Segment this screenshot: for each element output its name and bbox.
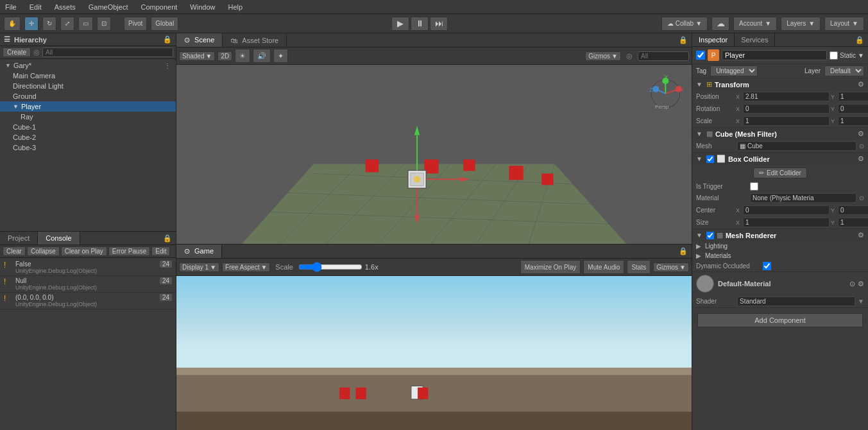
game-panel-lock[interactable]: 🔒 — [675, 247, 692, 255]
console-clear-button[interactable]: Clear — [3, 246, 26, 256]
hierarchy-item-player[interactable]: ▼ Player — [0, 101, 176, 112]
account-button[interactable]: Account ▼ — [733, 17, 777, 31]
mesh-filter-header[interactable]: ▼ ▦ Cube (Mesh Filter) ⚙ — [692, 128, 868, 140]
display-dropdown[interactable]: Display 1 ▼ — [179, 262, 219, 272]
material-select-icon[interactable]: ⊙ — [859, 194, 864, 202]
size-x-input[interactable] — [743, 218, 830, 227]
hierarchy-item-directionallight[interactable]: Directional Light — [0, 81, 176, 91]
pivot-button[interactable]: Pivot — [124, 17, 147, 31]
scene-panel-lock[interactable]: 🔒 — [675, 36, 692, 44]
gizmos-dropdown[interactable]: Gizmos ▼ — [585, 51, 621, 61]
hand-tool-button[interactable]: ✋ — [4, 17, 21, 31]
materials-collapse-icon[interactable]: ▶ — [696, 252, 701, 259]
add-component-button[interactable]: Add Component — [697, 313, 863, 327]
size-y-input[interactable] — [838, 218, 868, 227]
game-gizmos-dropdown[interactable]: Gizmos ▼ — [653, 262, 689, 272]
hierarchy-item-maincamera[interactable]: Main Camera — [0, 71, 176, 81]
hierarchy-lock-icon[interactable]: 🔒 — [163, 35, 172, 44]
static-checkbox[interactable] — [830, 51, 838, 60]
material-copy-icon[interactable]: ⊙ — [849, 280, 855, 288]
console-lock-icon[interactable]: 🔒 — [159, 234, 176, 243]
scale-x-input[interactable] — [743, 116, 830, 126]
hierarchy-search-input[interactable] — [42, 47, 173, 57]
material-gear-icon[interactable]: ⚙ — [858, 280, 864, 288]
mesh-renderer-gear-icon[interactable]: ⚙ — [858, 231, 864, 239]
tab-scene[interactable]: ⊙ Scene — [176, 33, 223, 47]
hierarchy-create-button[interactable]: Create — [3, 47, 31, 57]
pause-button[interactable]: ⏸ — [411, 17, 429, 31]
tab-game[interactable]: ⊙ Game — [176, 245, 222, 258]
scene-view[interactable]: X Y Z Persp — [176, 65, 692, 244]
hierarchy-item-cube2[interactable]: Cube-2 — [0, 132, 176, 142]
tab-console[interactable]: Console — [38, 232, 80, 245]
console-item-false[interactable]: ! False UnityEngine.Debug:Log(Object) 24 — [0, 259, 176, 276]
lighting-toggle-button[interactable]: ☀ — [235, 49, 250, 63]
center-x-input[interactable] — [743, 205, 830, 215]
console-error-pause-button[interactable]: Error Pause — [108, 246, 150, 256]
layout-button[interactable]: Layout ▼ — [824, 17, 864, 31]
hierarchy-item-cube3[interactable]: Cube-3 — [0, 142, 176, 153]
box-collider-gear-icon[interactable]: ⚙ — [858, 155, 864, 163]
collab-button[interactable]: ☁ Collab ▼ — [661, 17, 708, 31]
shading-dropdown[interactable]: Shaded ▼ — [179, 51, 215, 61]
mesh-value-field[interactable]: ▦ Cube — [737, 141, 856, 151]
center-y-input[interactable] — [838, 205, 868, 215]
object-name-input[interactable] — [722, 50, 827, 60]
box-collider-checkbox[interactable] — [706, 155, 714, 163]
scale-y-input[interactable] — [838, 116, 868, 126]
mesh-filter-gear-icon[interactable]: ⚙ — [858, 130, 864, 138]
tab-services[interactable]: Services — [735, 33, 775, 46]
menu-window[interactable]: Window — [187, 3, 217, 11]
effects-toggle-button[interactable]: ✦ — [273, 49, 288, 63]
material-value-field[interactable]: None (Physic Materia — [750, 193, 856, 203]
object-active-checkbox[interactable] — [696, 51, 705, 60]
global-button[interactable]: Global — [151, 17, 178, 31]
hierarchy-item-cube1[interactable]: Cube-1 — [0, 122, 176, 132]
inspector-lock-icon[interactable]: 🔒 — [851, 36, 868, 44]
lighting-collapse-icon[interactable]: ▶ — [696, 243, 701, 250]
layers-button[interactable]: Layers ▼ — [781, 17, 821, 31]
tab-inspector[interactable]: Inspector — [692, 33, 735, 46]
tab-project[interactable]: Project — [0, 232, 38, 245]
scene-search-input[interactable] — [638, 51, 689, 61]
console-edit-button[interactable]: Edit — [151, 246, 170, 256]
menu-component[interactable]: Component — [138, 3, 180, 11]
hierarchy-item-ray[interactable]: Ray — [0, 112, 176, 122]
mesh-select-icon[interactable]: ⊙ — [859, 142, 864, 150]
pos-x-input[interactable] — [743, 92, 830, 101]
tag-select[interactable]: Untagged — [710, 65, 758, 76]
stats-button[interactable]: Stats — [627, 260, 651, 274]
shader-dropdown-icon[interactable]: ▼ — [858, 298, 864, 305]
menu-help[interactable]: Help — [225, 3, 245, 11]
mesh-renderer-checkbox[interactable] — [706, 232, 714, 239]
mute-audio-button[interactable]: Mute Audio — [583, 260, 624, 274]
edit-collider-button[interactable]: ✏ Edit Collider — [753, 168, 807, 178]
game-view[interactable] — [176, 276, 692, 430]
step-button[interactable]: ⏭ — [430, 17, 448, 31]
scale-slider[interactable] — [298, 262, 362, 272]
maximize-on-play-button[interactable]: Maximize On Play — [520, 260, 581, 274]
box-collider-header[interactable]: ▼ ⬜ Box Collider ⚙ — [692, 153, 868, 165]
material-swatch[interactable] — [696, 275, 714, 293]
rect-tool-button[interactable]: ▭ — [78, 17, 93, 31]
pos-y-input[interactable] — [838, 92, 868, 101]
menu-file[interactable]: File — [3, 3, 19, 11]
transform-tool-button[interactable]: ⊡ — [97, 17, 111, 31]
static-dropdown-icon[interactable]: ▼ — [858, 52, 864, 59]
aspect-dropdown[interactable]: Free Aspect ▼ — [222, 262, 270, 272]
material-name[interactable]: Default-Material — [718, 280, 771, 288]
audio-toggle-button[interactable]: 🔊 — [253, 49, 271, 63]
mesh-renderer-header[interactable]: ▼ ▦ Mesh Renderer ⚙ — [692, 229, 868, 241]
is-trigger-checkbox[interactable] — [750, 182, 758, 191]
dynamic-occluded-checkbox[interactable] — [763, 262, 771, 270]
rot-y-input[interactable] — [838, 104, 868, 114]
shader-value[interactable]: Standard — [737, 297, 855, 306]
console-item-null[interactable]: ! Null UnityEngine.Debug:Log(Object) 24 — [0, 276, 176, 293]
console-clear-on-play-button[interactable]: Clear on Play — [61, 246, 107, 256]
console-item-vector[interactable]: ! (0.0, 0.0, 0.0) UnityEngine.Debug:Log(… — [0, 293, 176, 309]
tab-asset-store[interactable]: 🛍 Asset Store — [223, 34, 287, 47]
hierarchy-item-ground[interactable]: Ground — [0, 91, 176, 101]
menu-gameobject[interactable]: GameObject — [86, 3, 131, 11]
transform-header[interactable]: ▼ ⊞ Transform ⚙ — [692, 78, 868, 90]
layer-select[interactable]: Default — [824, 65, 864, 76]
